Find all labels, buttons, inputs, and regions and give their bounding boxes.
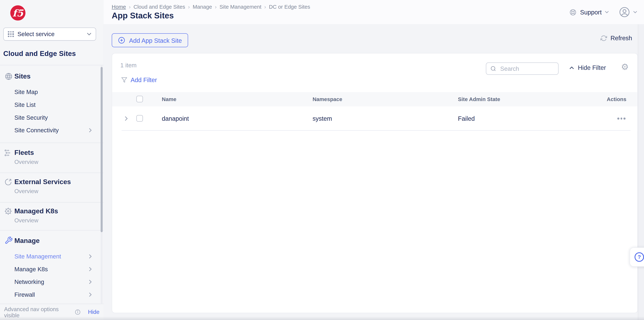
helm-icon <box>4 207 12 215</box>
sidebar-item-managed-k8s-overview[interactable]: Overview <box>14 217 38 223</box>
breadcrumb-separator <box>264 4 266 10</box>
chevron-right-icon <box>89 267 92 272</box>
chevron-down-icon <box>604 11 609 14</box>
sidebar-item-manage-k8s[interactable]: Manage K8s <box>14 266 48 272</box>
app-root: f5 Select service Cloud and Edge Sites S… <box>0 0 644 320</box>
column-header-site-admin-state[interactable]: Site Admin State <box>458 96 500 102</box>
sidebar-item-external-services-overview[interactable]: Overview <box>14 188 38 194</box>
search-icon <box>490 66 496 72</box>
support-label: Support <box>580 9 602 16</box>
sidebar-footer: Advanced nav options visible Hide <box>0 304 104 320</box>
breadcrumb-home[interactable]: Home <box>112 4 126 10</box>
refresh-label: Refresh <box>610 35 632 42</box>
divider <box>0 65 104 65</box>
cell-site-admin-state: Failed <box>458 115 475 122</box>
column-header-name[interactable]: Name <box>162 96 176 102</box>
globe-icon <box>4 72 13 81</box>
search-box <box>486 63 558 75</box>
row-divider <box>122 130 630 131</box>
plus-circle-icon <box>118 37 125 44</box>
sidebar-item-site-map[interactable]: Site Map <box>14 89 38 95</box>
chevron-right-icon <box>89 292 92 297</box>
sidebar-item-site-connectivity[interactable]: Site Connectivity <box>14 127 59 134</box>
divider <box>0 230 104 230</box>
chevron-up-icon <box>569 66 574 69</box>
sidebar-section-managed-k8s[interactable]: Managed K8s <box>14 207 58 215</box>
refresh-button[interactable]: Refresh <box>601 35 632 42</box>
sidebar-section-sites[interactable]: Sites <box>14 72 31 80</box>
breadcrumb-site-management[interactable]: Site Management <box>220 4 262 10</box>
sidebar-title: Cloud and Edge Sites <box>3 50 76 58</box>
breadcrumb-separator <box>188 4 190 10</box>
table-header-row: Name Namespace Site Admin State Actions <box>112 92 638 107</box>
sidebar-item-networking[interactable]: Networking <box>14 279 44 285</box>
table-row[interactable]: danapoint system Failed <box>112 107 638 130</box>
add-filter-button[interactable]: Add Filter <box>121 76 157 83</box>
divider <box>0 173 104 173</box>
breadcrumb-separator <box>129 4 130 10</box>
chevron-down-icon <box>633 11 638 14</box>
row-expand-chevron-icon[interactable] <box>124 116 128 121</box>
sidebar-section-fleets[interactable]: Fleets <box>14 149 34 156</box>
sidebar-section-external-services[interactable]: External Services <box>14 178 71 186</box>
lifebuoy-icon <box>570 9 577 16</box>
column-header-namespace[interactable]: Namespace <box>312 96 342 102</box>
user-menu[interactable] <box>619 7 637 18</box>
top-header: Home Cloud and Edge Sites Manage Site Ma… <box>104 0 644 25</box>
header-actions: Support <box>570 0 638 24</box>
row-checkbox[interactable] <box>136 115 143 121</box>
sidebar-item-site-list[interactable]: Site List <box>14 101 36 108</box>
select-all-checkbox[interactable] <box>136 96 143 102</box>
f5-logo: f5 <box>10 6 26 21</box>
service-selector-label: Select service <box>18 31 83 37</box>
sidebar-item-site-security[interactable]: Site Security <box>14 114 48 121</box>
breadcrumb-dc-or-edge-sites: DC or Edge Sites <box>269 4 310 10</box>
breadcrumb-separator <box>215 4 217 10</box>
breadcrumb-manage[interactable]: Manage <box>193 4 212 10</box>
sidebar-item-fleets-overview[interactable]: Overview <box>14 159 38 165</box>
add-filter-label: Add Filter <box>130 76 157 83</box>
info-icon <box>75 309 81 315</box>
chevron-right-icon <box>89 254 92 259</box>
cell-name[interactable]: danapoint <box>162 115 189 122</box>
item-count: 1 item <box>120 62 136 69</box>
sidebar-section-manage[interactable]: Manage <box>14 237 40 244</box>
divider <box>0 143 104 143</box>
user-avatar-icon <box>619 7 630 18</box>
main-content: Add App Stack Site Refresh 1 item Hide F… <box>104 24 644 320</box>
chevron-down-icon <box>86 33 92 36</box>
service-selector[interactable]: Select service <box>3 28 96 41</box>
wrench-icon <box>4 236 13 244</box>
hide-filter-button[interactable]: Hide Filter <box>569 64 606 71</box>
divider <box>0 202 104 202</box>
filter-funnel-icon <box>121 77 127 83</box>
refresh-icon <box>601 35 607 41</box>
breadcrumb-cloud-and-edge-sites[interactable]: Cloud and Edge Sites <box>134 4 185 10</box>
content-right-gutter <box>638 24 644 320</box>
grid-icon <box>8 31 14 37</box>
add-button-label: Add App Stack Site <box>129 37 182 44</box>
page-title: App Stack Sites <box>112 11 174 21</box>
column-header-actions: Actions <box>607 96 626 102</box>
hide-advanced-nav-link[interactable]: Hide <box>88 309 100 315</box>
add-app-stack-site-button[interactable]: Add App Stack Site <box>112 33 188 47</box>
help-button[interactable]: ? <box>630 247 644 267</box>
sites-table-card: 1 item Hide Filter ⚙ Add Filter <box>112 53 638 313</box>
chevron-right-icon <box>89 128 92 133</box>
question-mark-icon: ? <box>634 252 644 262</box>
sidebar-item-site-management[interactable]: Site Management <box>14 253 61 259</box>
hide-filter-label: Hide Filter <box>578 64 606 71</box>
breadcrumb: Home Cloud and Edge Sites Manage Site Ma… <box>112 4 310 10</box>
sidebar: f5 Select service Cloud and Edge Sites S… <box>0 0 104 320</box>
search-input[interactable] <box>500 65 554 72</box>
sidebar-item-firewall[interactable]: Firewall <box>14 291 35 298</box>
support-menu[interactable]: Support <box>570 9 609 16</box>
gear-icon[interactable]: ⚙ <box>621 63 629 72</box>
shield-arrow-icon <box>4 178 12 186</box>
chevron-right-icon <box>89 279 92 284</box>
fleet-icon <box>4 149 12 157</box>
advanced-nav-label: Advanced nav options visible <box>4 306 72 318</box>
row-actions-menu-icon[interactable] <box>617 118 625 119</box>
cell-namespace: system <box>312 115 332 122</box>
sidebar-scrollbar-thumb[interactable] <box>101 67 103 232</box>
